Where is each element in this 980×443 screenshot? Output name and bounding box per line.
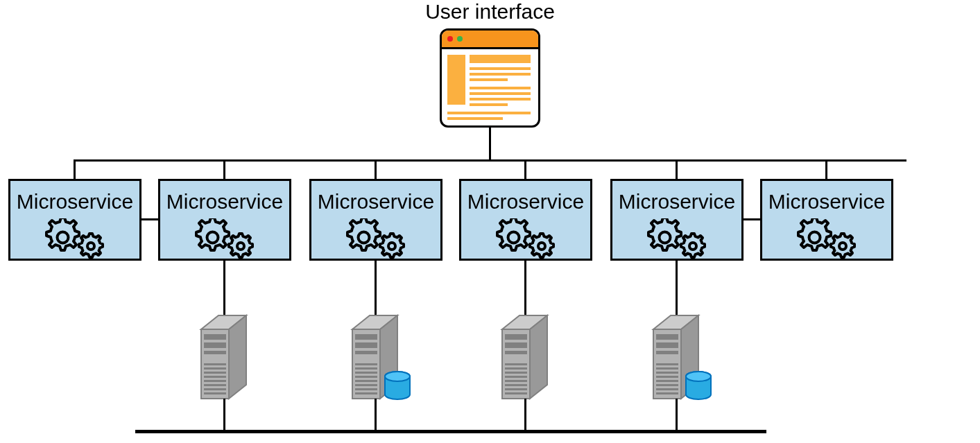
connector-bus-bottom: [135, 430, 766, 433]
text-line: [470, 67, 531, 70]
connector: [676, 261, 678, 316]
server-icon: [495, 312, 571, 402]
connector: [223, 159, 225, 179]
microservice-label: Microservice: [160, 190, 289, 214]
connector: [676, 159, 678, 179]
window-titlebar: [442, 31, 538, 49]
gears-icon: [194, 218, 256, 259]
gears-icon: [345, 218, 407, 259]
text-line: [470, 98, 531, 101]
gears-icon: [495, 218, 557, 259]
text-line: [470, 78, 508, 81]
microservice-label: Microservice: [762, 190, 891, 214]
microservice-label: Microservice: [10, 190, 139, 214]
connector: [223, 399, 225, 430]
window-close-dot: [447, 36, 453, 42]
text-line: [447, 117, 503, 120]
connector: [375, 159, 377, 179]
architecture-diagram: User interface: [0, 0, 980, 443]
server-with-database-icon: [646, 312, 723, 402]
server-icon: [194, 312, 270, 402]
window-minimize-dot: [457, 36, 463, 42]
server-with-database-icon: [345, 312, 422, 402]
connector-pair: [743, 218, 760, 220]
connector: [676, 399, 678, 430]
sidebar-block: [447, 55, 465, 105]
text-line: [470, 73, 531, 76]
microservice-box: Microservice: [309, 179, 442, 261]
window-body: [442, 49, 538, 125]
connector-pair: [141, 218, 158, 220]
text-line: [447, 112, 531, 114]
header-block: [470, 55, 531, 63]
connector: [223, 261, 225, 316]
microservice-box: Microservice: [760, 179, 893, 261]
microservice-label: Microservice: [461, 190, 590, 214]
diagram-title: User interface: [0, 0, 980, 24]
connector: [74, 159, 76, 179]
connector: [524, 261, 526, 316]
gears-icon: [796, 218, 858, 259]
user-interface-window: [440, 28, 540, 128]
connector-bus-top: [74, 159, 906, 162]
gears-icon: [646, 218, 708, 259]
connector: [524, 399, 526, 430]
microservice-label: Microservice: [612, 190, 741, 214]
connector: [375, 261, 377, 316]
microservice-box: Microservice: [610, 179, 743, 261]
gears-icon: [44, 218, 106, 259]
text-line: [470, 92, 531, 95]
microservice-label: Microservice: [311, 190, 440, 214]
text-line: [470, 87, 531, 89]
connector: [825, 159, 827, 179]
connector: [375, 399, 377, 430]
microservice-box: Microservice: [158, 179, 291, 261]
text-line: [470, 103, 508, 106]
microservice-box: Microservice: [8, 179, 141, 261]
connector: [524, 159, 526, 179]
microservice-box: Microservice: [459, 179, 592, 261]
connector: [489, 128, 491, 159]
